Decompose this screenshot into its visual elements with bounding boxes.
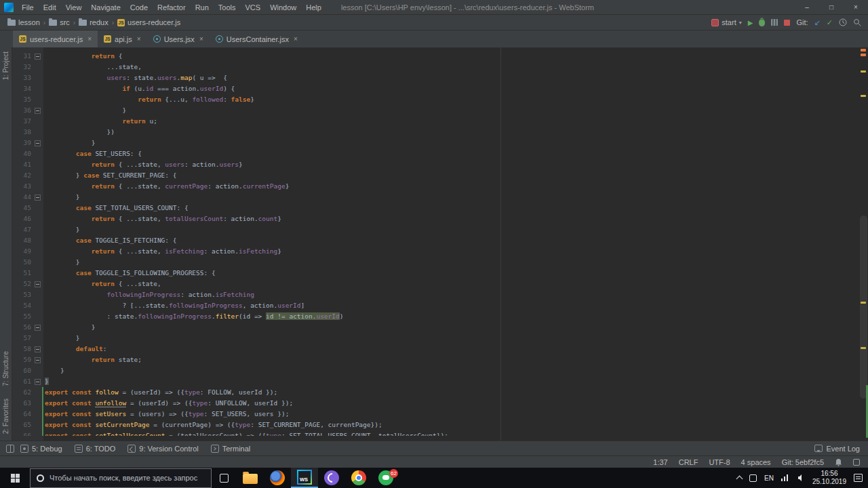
fold-marker-icon[interactable] <box>35 346 41 352</box>
event-log-button[interactable]: Event Log <box>814 445 868 453</box>
code-text[interactable]: case TOGGLE_IS_FOLLOWING_PROGRESS: { <box>43 268 216 279</box>
code-text[interactable]: ? [...state.followingInProgress, action.… <box>43 300 304 311</box>
gutter-cell[interactable]: 58 <box>12 344 43 354</box>
code-line[interactable]: 35 return {...u, followed: false} <box>12 94 859 105</box>
menu-view[interactable]: View <box>61 0 87 15</box>
code-line[interactable]: 37 return u; <box>12 116 859 127</box>
code-text[interactable]: return { ...state, users: action.users} <box>43 159 243 170</box>
history-clock-icon[interactable] <box>839 18 847 26</box>
code-line[interactable]: 65export const setCurrentPage = (current… <box>12 420 859 430</box>
code-line[interactable]: 63export const unfollow = (userId) => ({… <box>12 398 859 409</box>
gutter-cell[interactable]: 55 <box>12 311 43 322</box>
line-number[interactable]: 33 <box>12 73 31 83</box>
language-indicator[interactable]: EN <box>764 474 774 482</box>
code-text[interactable]: return u; <box>43 116 157 127</box>
coverage-button[interactable] <box>771 19 778 26</box>
code-line[interactable]: 64export const setUsers = (users) => ({t… <box>12 409 859 420</box>
gutter-cell[interactable]: 36 <box>12 105 43 116</box>
close-icon[interactable]: × <box>87 35 92 43</box>
code-text[interactable]: } <box>43 333 80 344</box>
code-text[interactable]: return { ...state, isFetching: action.is… <box>43 246 281 257</box>
statusbar-item[interactable]: Git: 5ebf2fc5 <box>782 458 824 466</box>
gutter-cell[interactable]: 47 <box>12 224 43 235</box>
code-text[interactable]: users: state.users.map( u => { <box>43 73 227 83</box>
tab-users-reducer.js[interactable]: JSusers-reducer.js× <box>13 30 98 47</box>
gutter-cell[interactable]: 44 <box>12 192 43 203</box>
tray-expand-icon[interactable] <box>736 476 743 483</box>
line-number[interactable]: 57 <box>12 333 31 344</box>
line-number[interactable]: 53 <box>12 289 31 300</box>
gutter-cell[interactable]: 64 <box>12 409 43 420</box>
line-number[interactable]: 45 <box>12 203 31 214</box>
code-line[interactable]: 44 } <box>12 192 859 203</box>
line-number[interactable]: 32 <box>12 62 31 73</box>
line-number[interactable]: 47 <box>12 224 31 235</box>
statusbar-item[interactable]: UTF-8 <box>709 458 730 466</box>
indexing-status-icon[interactable] <box>853 459 860 466</box>
code-text[interactable]: } case SET_CURRENT_PAGE: { <box>43 170 177 181</box>
gutter-cell[interactable]: 53 <box>12 289 43 300</box>
code-text[interactable]: } <box>43 376 49 387</box>
gutter-cell[interactable]: 49 <box>12 246 43 257</box>
code-line[interactable]: 50 } <box>12 257 859 268</box>
line-number[interactable]: 35 <box>12 94 31 105</box>
code-text[interactable]: } <box>43 192 80 203</box>
code-line[interactable]: 32 ...state, <box>12 62 859 73</box>
code-line[interactable]: 49 return { ...state, isFetching: action… <box>12 246 859 257</box>
code-line[interactable]: 45 case SET_TOTAL_USERS_COUNT: { <box>12 203 859 214</box>
toolwindow-switcher-icon[interactable] <box>6 445 14 453</box>
menu-navigate[interactable]: Navigate <box>86 0 125 15</box>
close-button[interactable]: × <box>844 0 868 15</box>
code-text[interactable]: return { ...state, <box>43 279 161 289</box>
menu-window[interactable]: Window <box>265 0 301 15</box>
taskbar-search-input[interactable]: Чтобы начать поиск, введите здесь запрос <box>30 468 212 488</box>
statusbar-item[interactable]: 1:37 <box>653 458 667 466</box>
line-number[interactable]: 48 <box>12 235 31 246</box>
task-view-button[interactable] <box>220 474 229 483</box>
code-line[interactable]: 40 case SET_USERS: { <box>12 148 859 159</box>
line-number[interactable]: 36 <box>12 105 31 116</box>
line-number[interactable]: 40 <box>12 148 31 159</box>
error-stripe-mark[interactable] <box>861 49 866 52</box>
gutter-cell[interactable]: 31 <box>12 51 43 62</box>
network-icon[interactable] <box>781 474 789 481</box>
close-icon[interactable]: × <box>199 35 203 43</box>
run-config-selector[interactable]: start ▾ <box>711 18 741 26</box>
line-number[interactable]: 42 <box>12 170 31 181</box>
fold-marker-icon[interactable] <box>35 357 41 363</box>
gutter-cell[interactable]: 65 <box>12 420 43 430</box>
code-text[interactable]: export const setCurrentPage = (currentPa… <box>43 420 382 430</box>
sidebar-item-structure[interactable]: 7: Structure <box>2 351 9 386</box>
menu-vcs[interactable]: VCS <box>241 0 266 15</box>
line-number[interactable]: 34 <box>12 83 31 94</box>
line-number[interactable]: 41 <box>12 159 31 170</box>
code-text[interactable]: export const unfollow = (userId) => ({ty… <box>43 398 293 409</box>
debug-button[interactable] <box>759 19 765 26</box>
gutter-cell[interactable]: 50 <box>12 257 43 268</box>
minimize-button[interactable]: – <box>795 0 819 15</box>
error-stripe-mark[interactable] <box>861 70 866 73</box>
fold-marker-icon[interactable] <box>35 281 41 287</box>
gutter-cell[interactable]: 59 <box>12 354 43 365</box>
code-text[interactable]: } <box>43 105 126 116</box>
gutter-cell[interactable]: 61 <box>12 376 43 387</box>
code-text[interactable]: default: <box>43 344 107 354</box>
line-number[interactable]: 44 <box>12 192 31 203</box>
sidebar-item-project[interactable]: 1: Project <box>2 52 9 80</box>
gutter-cell[interactable]: 66 <box>12 430 43 436</box>
gutter-cell[interactable]: 51 <box>12 268 43 279</box>
code-line[interactable]: 43 return { ...state, currentPage: actio… <box>12 181 859 192</box>
code-line[interactable]: 36 } <box>12 105 859 116</box>
start-button[interactable] <box>0 468 30 488</box>
volume-icon[interactable] <box>797 474 805 482</box>
fold-marker-icon[interactable] <box>35 325 41 331</box>
code-text[interactable]: : state.followingInProgress.filter(id =>… <box>43 311 343 322</box>
gutter-cell[interactable]: 38 <box>12 127 43 138</box>
breadcrumb-item[interactable]: JSusers-reducer.js <box>115 18 182 26</box>
close-icon[interactable]: × <box>137 35 141 43</box>
code-text[interactable]: export const setUsers = (users) => ({typ… <box>43 409 289 420</box>
code-text[interactable]: return {...u, followed: false} <box>43 94 254 105</box>
line-number[interactable]: 50 <box>12 257 31 268</box>
taskbar-firefox[interactable] <box>264 468 291 488</box>
menu-tools[interactable]: Tools <box>214 0 241 15</box>
